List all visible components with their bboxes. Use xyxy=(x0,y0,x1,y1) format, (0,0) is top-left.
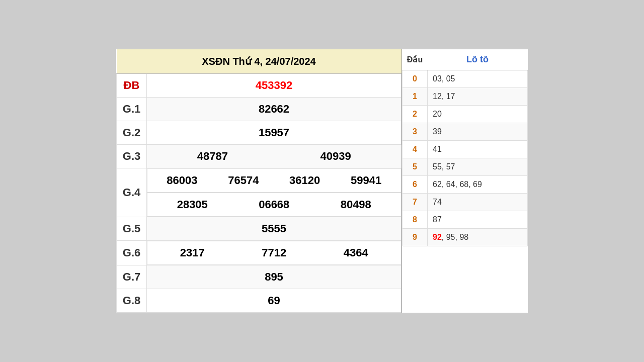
loto-row: 1 12, 17 xyxy=(403,88,528,106)
prize-row-g5: G.5 5555 xyxy=(117,217,401,240)
g4-label: G.4 xyxy=(117,168,147,217)
loto-values: 12, 17 xyxy=(428,88,528,106)
main-container: XSĐN Thứ 4, 24/07/2024 ĐB 453392 G.1 826… xyxy=(116,49,528,313)
loto-row: 6 62, 64, 68, 69 xyxy=(403,176,528,194)
loto-row: 3 39 xyxy=(403,123,528,141)
prize-row-g2: G.2 15957 xyxy=(117,121,401,145)
g6-values: 2317 7712 4364 xyxy=(147,241,401,265)
prize-value: 82662 xyxy=(147,98,401,121)
loto-dau: 4 xyxy=(403,141,428,158)
loto-values: 20 xyxy=(428,106,528,123)
loto-values: 41 xyxy=(428,141,528,158)
prize-label: G.2 xyxy=(117,121,147,145)
loto-row: 2 20 xyxy=(403,106,528,123)
loto-row: 8 87 xyxy=(403,211,528,229)
loto-dau: 5 xyxy=(403,158,428,176)
loto-row: 0 03, 05 xyxy=(403,70,528,88)
prize-row-g4-2: 28305 06668 80498 xyxy=(117,193,401,217)
table-title: XSĐN Thứ 4, 24/07/2024 xyxy=(117,49,401,74)
loto-values: 87 xyxy=(428,211,528,229)
prize-row-g4-1: G.4 86003 76574 36120 59941 xyxy=(117,168,401,193)
g4-row2-values: 28305 06668 80498 xyxy=(147,193,401,217)
loto-values: 39 xyxy=(428,123,528,141)
prize-value: 69 xyxy=(147,289,401,312)
g3-values: 48787 40939 xyxy=(147,145,401,168)
prize-value: 5555 xyxy=(147,217,401,240)
prize-row-g8: G.8 69 xyxy=(117,289,401,312)
loto-values: 74 xyxy=(428,194,528,211)
prize-row-db: ĐB 453392 xyxy=(117,74,401,98)
loto-values: 92, 95, 98 xyxy=(428,229,528,246)
loto-dau: 7 xyxy=(403,194,428,211)
g6-label: G.6 xyxy=(117,240,147,265)
loto-values: 03, 05 xyxy=(428,70,528,88)
loto-dau: 2 xyxy=(403,106,428,123)
loto-row: 9 92, 95, 98 xyxy=(403,229,528,246)
prize-label: G.8 xyxy=(117,289,147,312)
loto-values: 55, 57 xyxy=(428,158,528,176)
prize-row-g7: G.7 895 xyxy=(117,265,401,289)
lottery-table: XSĐN Thứ 4, 24/07/2024 ĐB 453392 G.1 826… xyxy=(116,49,402,313)
loto-row: 7 74 xyxy=(403,194,528,211)
db-label: ĐB xyxy=(117,74,147,98)
loto-header: Lô tô xyxy=(428,49,528,70)
prize-value: 895 xyxy=(147,265,401,289)
loto-row: 5 55, 57 xyxy=(403,158,528,176)
loto-dau: 9 xyxy=(403,229,428,246)
prize-row-g3: G.3 48787 40939 xyxy=(117,145,401,168)
prize-row-g1: G.1 82662 xyxy=(117,98,401,121)
loto-dau: 0 xyxy=(403,70,428,88)
loto-section: Đầu Lô tô 0 03, 05 1 12, 17 2 20 3 39 4 … xyxy=(402,49,528,313)
loto-dau: 8 xyxy=(403,211,428,229)
prize-row-g6: G.6 2317 7712 4364 xyxy=(117,240,401,265)
dau-header: Đầu xyxy=(403,49,428,70)
prize-label: G.7 xyxy=(117,265,147,289)
loto-dau: 3 xyxy=(403,123,428,141)
g4-row1-values: 86003 76574 36120 59941 xyxy=(147,168,401,193)
prize-value: 15957 xyxy=(147,121,401,145)
db-value: 453392 xyxy=(147,74,401,98)
loto-dau: 6 xyxy=(403,176,428,194)
loto-row: 4 41 xyxy=(403,141,528,158)
prize-label: G.1 xyxy=(117,98,147,121)
loto-table: Đầu Lô tô 0 03, 05 1 12, 17 2 20 3 39 4 … xyxy=(402,49,528,246)
g3-label: G.3 xyxy=(117,145,147,168)
loto-dau: 1 xyxy=(403,88,428,106)
loto-values: 62, 64, 68, 69 xyxy=(428,176,528,194)
prize-label: G.5 xyxy=(117,217,147,240)
